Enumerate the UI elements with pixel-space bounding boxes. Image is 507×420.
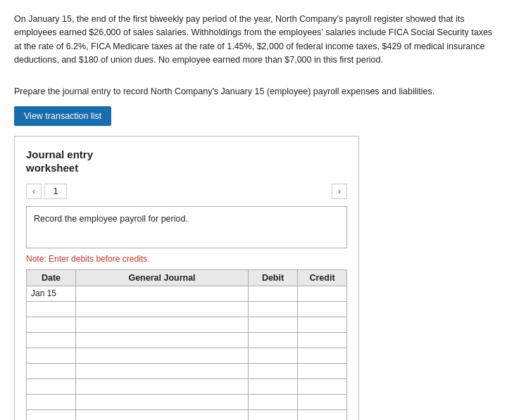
table-row: [27, 348, 347, 363]
table-row: [27, 317, 347, 332]
table-row: [27, 409, 347, 420]
credit-input-5[interactable]: [301, 366, 344, 376]
credit-input-3[interactable]: [301, 335, 344, 345]
date-cell-7: [27, 394, 76, 409]
gj-cell-7[interactable]: [76, 394, 249, 409]
date-cell-8: [27, 409, 76, 420]
gj-input-2[interactable]: [79, 319, 245, 329]
debit-cell-7[interactable]: [249, 394, 298, 409]
debit-input-5[interactable]: [251, 366, 294, 376]
gj-cell-6[interactable]: [76, 378, 249, 394]
debit-cell-1[interactable]: [249, 301, 298, 317]
gj-input-5[interactable]: [79, 366, 245, 376]
date-cell-5: [27, 363, 76, 378]
table-row: [27, 363, 347, 378]
nav-next-button[interactable]: ›: [332, 184, 347, 199]
table-row: [27, 394, 347, 409]
gj-input-1[interactable]: [79, 304, 245, 314]
debit-cell-3[interactable]: [249, 332, 298, 348]
gj-input-6[interactable]: [79, 381, 245, 391]
description-box: Record the employee payroll for period.: [26, 206, 347, 248]
gj-cell-0[interactable]: [76, 286, 249, 301]
credit-cell-3[interactable]: [298, 332, 347, 348]
worksheet-title: Journal entryworksheet: [26, 148, 347, 175]
debit-input-2[interactable]: [251, 319, 294, 329]
debit-cell-6[interactable]: [249, 378, 298, 394]
nav-prev-button[interactable]: ‹: [26, 184, 42, 199]
prepare-text: Prepare the journal entry to record Nort…: [14, 87, 493, 96]
debit-input-8[interactable]: [251, 412, 294, 420]
page-number: 1: [44, 184, 67, 199]
table-row: [27, 332, 347, 348]
nav-row: ‹ 1 ›: [26, 184, 347, 199]
credit-input-8[interactable]: [301, 412, 344, 420]
credit-cell-0[interactable]: [298, 286, 347, 301]
debit-input-3[interactable]: [251, 335, 294, 345]
debit-input-4[interactable]: [251, 350, 294, 360]
date-cell-1: [27, 301, 76, 317]
debit-cell-2[interactable]: [249, 317, 298, 332]
credit-input-7[interactable]: [301, 397, 344, 407]
debit-cell-0[interactable]: [249, 286, 298, 301]
debit-cell-8[interactable]: [249, 409, 298, 420]
worksheet-card: Journal entryworksheet ‹ 1 › Record the …: [14, 136, 359, 421]
date-cell-0: Jan 15: [27, 286, 76, 301]
gj-cell-4[interactable]: [76, 348, 249, 363]
col-header-date: Date: [27, 269, 76, 286]
credit-input-2[interactable]: [301, 319, 344, 329]
journal-table: Date General Journal Debit Credit Jan 15: [26, 269, 347, 421]
debit-cell-5[interactable]: [249, 363, 298, 378]
credit-input-0[interactable]: [301, 288, 344, 298]
gj-input-0[interactable]: [79, 288, 245, 298]
credit-cell-5[interactable]: [298, 363, 347, 378]
gj-input-8[interactable]: [79, 412, 245, 420]
credit-cell-1[interactable]: [298, 301, 347, 317]
credit-cell-2[interactable]: [298, 317, 347, 332]
gj-cell-1[interactable]: [76, 301, 249, 317]
gj-cell-3[interactable]: [76, 332, 249, 348]
credit-input-6[interactable]: [301, 381, 344, 391]
credit-cell-7[interactable]: [298, 394, 347, 409]
credit-input-4[interactable]: [301, 350, 344, 360]
gj-cell-5[interactable]: [76, 363, 249, 378]
note-text: Note: Enter debits before credits.: [26, 254, 347, 264]
col-header-debit: Debit: [249, 269, 298, 286]
gj-input-4[interactable]: [79, 350, 245, 360]
gj-input-7[interactable]: [79, 397, 245, 407]
gj-cell-2[interactable]: [76, 317, 249, 332]
debit-input-6[interactable]: [251, 381, 294, 391]
intro-paragraph1: On January 15, the end of the first biwe…: [14, 13, 493, 68]
debit-cell-4[interactable]: [249, 348, 298, 363]
table-row: [27, 378, 347, 394]
debit-input-1[interactable]: [251, 304, 294, 314]
date-cell-4: [27, 348, 76, 363]
view-transaction-button[interactable]: View transaction list: [14, 106, 111, 126]
gj-input-3[interactable]: [79, 335, 245, 345]
credit-input-1[interactable]: [301, 304, 344, 314]
gj-cell-8[interactable]: [76, 409, 249, 420]
date-cell-6: [27, 378, 76, 394]
credit-cell-8[interactable]: [298, 409, 347, 420]
date-cell-3: [27, 332, 76, 348]
credit-cell-4[interactable]: [298, 348, 347, 363]
date-cell-2: [27, 317, 76, 332]
col-header-gj: General Journal: [76, 269, 249, 286]
col-header-credit: Credit: [298, 269, 347, 286]
credit-cell-6[interactable]: [298, 378, 347, 394]
table-row: [27, 301, 347, 317]
debit-input-7[interactable]: [251, 397, 294, 407]
description-text: Record the employee payroll for period.: [34, 214, 188, 224]
debit-input-0[interactable]: [251, 288, 294, 298]
table-row: Jan 15: [27, 286, 347, 301]
